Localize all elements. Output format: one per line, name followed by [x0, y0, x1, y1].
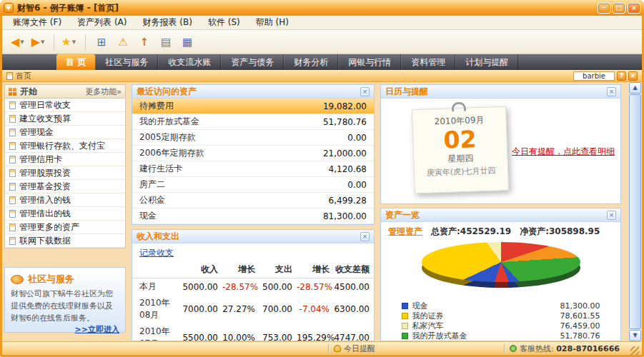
minimize-button[interactable]: ─ [598, 3, 610, 14]
record-income-link[interactable]: 记录收支 [139, 247, 174, 259]
close-button[interactable]: × [628, 3, 640, 14]
sidebar-item-funds[interactable]: 管理基金投资 [5, 180, 125, 193]
sidebar-item-borrowed[interactable]: 管理借入的钱 [5, 193, 125, 207]
status-bar: 今日提醒 客服热线: 028-87016666 [2, 341, 642, 355]
community-text: 财智公司旗下蜗牛谷社区为您提供免费的在线理财服务以及财智6的在线售后服务。 [11, 288, 119, 324]
scrollbar-thumb[interactable] [629, 94, 641, 329]
cell-income: 5000.00 [182, 278, 222, 296]
legend-item[interactable]: 我的证券78,601.55 [402, 311, 600, 321]
menu-reports[interactable]: 财务报表 (B) [134, 16, 199, 29]
asset-row[interactable]: 房产二0.00 [132, 177, 374, 193]
favorites-dropdown-icon[interactable]: ▼ [72, 39, 80, 45]
forward-dropdown-icon[interactable]: ▼ [41, 39, 49, 45]
asset-row[interactable]: 现金81,300.00 [132, 208, 374, 224]
legend-name: 我的证券 [412, 311, 444, 321]
favorites-icon[interactable]: ★ [59, 35, 71, 49]
calculator-icon[interactable]: ⊞ [93, 34, 110, 51]
sub-bar: 首页 barbie ? × [2, 70, 642, 82]
legend-item[interactable]: 我的开放式基金51,780.76 [402, 331, 600, 341]
sidebar-item-stocks[interactable]: 管理股票投资 [5, 166, 125, 180]
maximize-button[interactable]: □ [613, 3, 625, 14]
sidebar-item-daily-income[interactable]: 管理日常收支 [5, 99, 125, 112]
forward-icon[interactable]: ▶ [29, 35, 41, 49]
cell-growth1: -28.57% [222, 278, 259, 296]
menu-file[interactable]: 账簿文件 (F) [5, 16, 69, 29]
community-enter-link[interactable]: >>立即进入 [11, 324, 119, 335]
close-page-button[interactable]: × [628, 71, 638, 81]
sidebar-item-label: 管理更多的资产 [19, 221, 79, 233]
asset-row[interactable]: 2006年定期存款21,000.00 [132, 146, 374, 161]
tab-cashflow[interactable]: 收支流水账 [158, 54, 221, 70]
statusbar-separator [504, 344, 505, 353]
assets-pie-chart [381, 239, 620, 299]
sidebar-item-bank[interactable]: 管理银行存款、支付宝 [5, 139, 125, 153]
asset-value: 21,000.00 [323, 149, 367, 159]
sidebar-item-download[interactable]: 联网下载数据 [5, 234, 125, 248]
asset-name: 房产二 [139, 178, 165, 191]
table-row[interactable]: 本月 5000.00 -28.57% 500.00 -28.57% 4500.0… [132, 278, 374, 296]
resize-grip[interactable] [630, 346, 639, 355]
asset-row[interactable]: 2005定期存款0.00 [132, 130, 374, 146]
panel-close-icon[interactable]: × [607, 211, 616, 220]
sidebar-item-cash[interactable]: 管理现金 [5, 126, 125, 139]
calendar-body: 2010年09月 02 星期四 庚寅年(虎)七月廿四 今日有提醒，点此查看明细 [381, 99, 620, 204]
hotline-label: 客服热线: [520, 343, 554, 354]
back-icon[interactable]: ◀ [8, 35, 20, 49]
table-row[interactable]: 2010年07月 5500.00 10.00% 753.00 195.29% 4… [132, 323, 374, 341]
legend-item[interactable]: 私家汽车76,459.00 [402, 321, 600, 331]
legend-value: 81,300.00 [560, 301, 600, 311]
scroll-up-icon[interactable]: ▲ [629, 82, 641, 94]
printer-icon[interactable]: ▤ [157, 34, 174, 51]
manage-assets-link[interactable]: 管理资产 [388, 226, 422, 238]
user-badge[interactable]: barbie [573, 71, 615, 81]
legend-swatch [402, 303, 408, 309]
legend-name: 现金 [412, 301, 428, 311]
reminder-link[interactable]: 今日有提醒，点此查看明细 [512, 146, 615, 158]
sidebar-item-budget[interactable]: 建立收支预算 [5, 112, 125, 126]
legend-item[interactable]: 现金81,300.00 [402, 301, 600, 311]
window-controls: ─ □ × [595, 3, 640, 14]
title-bar[interactable]: ¥ 财智6 - 例子账簿 - [首页] ─ □ × [0, 0, 644, 16]
today-reminder-text[interactable]: 今日提醒 [344, 343, 375, 354]
panel-close-icon[interactable]: × [360, 87, 370, 96]
sidebar-item-credit-card[interactable]: 管理信用卡 [5, 153, 125, 166]
tab-ebank[interactable]: 网银与行情 [338, 54, 401, 70]
tab-community[interactable]: 社区与服务 [95, 54, 158, 70]
asset-row[interactable]: 待摊费用19,082.00 [132, 99, 374, 114]
menu-software[interactable]: 软件 (S) [200, 16, 248, 29]
panel-close-icon[interactable]: × [607, 87, 616, 96]
cell-balance: 4747.00 [334, 323, 374, 341]
sidebar-item-label: 管理现金 [19, 126, 54, 139]
table-row[interactable]: 2010年08月 7000.00 27.27% 700.00 -7.04% 63… [132, 295, 374, 323]
tab-home[interactable]: 首 页 [56, 54, 95, 70]
alert-icon[interactable]: ⚠ [114, 34, 132, 51]
asset-name: 建行生活卡 [139, 163, 182, 175]
tab-plan[interactable]: 计划与提醒 [455, 54, 518, 70]
vertical-scrollbar[interactable]: ▲ ▼ [629, 82, 641, 341]
asset-row[interactable]: 公积金6,499.28 [132, 193, 374, 208]
asset-row[interactable]: 我的开放式基金51,780.76 [132, 114, 374, 130]
legend-swatch [402, 313, 408, 319]
tab-data[interactable]: 资料管理 [401, 54, 455, 70]
menu-assets[interactable]: 资产列表 (A) [69, 16, 134, 29]
calendar-icon[interactable]: ▦ [179, 34, 196, 51]
tab-analysis[interactable]: 财务分析 [284, 54, 338, 70]
help-button[interactable]: ? [617, 71, 626, 81]
sidebar-item-label: 管理股票投资 [19, 167, 71, 179]
menu-help[interactable]: 帮助 (H) [248, 16, 297, 29]
tab-assets-debt[interactable]: 资产与债务 [221, 54, 284, 70]
sidebar-item-more-assets[interactable]: 管理更多的资产 [5, 221, 125, 234]
scroll-down-icon[interactable]: ▼ [629, 330, 641, 341]
asset-row[interactable]: 建行生活卡4,120.68 [132, 161, 374, 177]
export-icon[interactable]: ↑ [136, 34, 153, 51]
reminder-bell-icon [334, 345, 341, 352]
cell-expense: 753.00 [259, 323, 297, 341]
recent-assets-panel: 最近访问的资产 × 待摊费用19,082.00 我的开放式基金51,780.76… [132, 84, 375, 225]
sidebar-item-label: 管理日常收支 [19, 99, 71, 111]
more-functions-link[interactable]: 更多功能» [85, 86, 122, 97]
back-dropdown-icon[interactable]: ▼ [20, 39, 28, 45]
sidebar-item-lent[interactable]: 管理借出的钱 [5, 207, 125, 221]
asset-value: 81,300.00 [323, 211, 367, 221]
panel-close-icon[interactable]: × [360, 232, 370, 241]
calendar-weekday: 星期四 [414, 151, 507, 167]
